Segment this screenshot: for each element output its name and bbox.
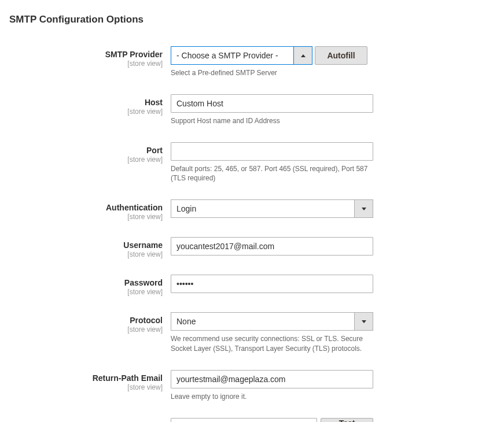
smtp-provider-label: SMTP Provider: [0, 50, 163, 59]
port-label: Port: [0, 146, 163, 155]
password-scope: [store view]: [0, 288, 163, 296]
test-recipient-label-col: Test Email Recipient [store view]: [0, 418, 171, 422]
test-recipient-row: Test Email Recipient [store view] Test N…: [0, 418, 504, 422]
protocol-value: None: [171, 313, 354, 330]
protocol-scope: [store view]: [0, 325, 163, 334]
smtp-provider-help: Select a Pre-defined SMTP Server: [171, 68, 373, 78]
port-scope: [store view]: [0, 156, 163, 164]
return-path-label: Return-Path Email: [0, 373, 163, 383]
test-now-button[interactable]: Test Now: [321, 418, 373, 422]
username-label: Username: [0, 240, 163, 250]
username-label-col: Username [store view]: [0, 237, 171, 258]
return-path-row: Return-Path Email [store view] Leave emp…: [0, 370, 504, 402]
protocol-row: Protocol [store view] None We recommend …: [0, 312, 504, 354]
smtp-provider-value: - Choose a SMTP Provider -: [171, 47, 293, 64]
password-label: Password: [0, 278, 163, 287]
port-label-col: Port [store view]: [0, 142, 171, 164]
smtp-provider-select[interactable]: - Choose a SMTP Provider -: [171, 46, 312, 65]
smtp-provider-row: SMTP Provider [store view] - Choose a SM…: [0, 46, 504, 78]
autofill-button[interactable]: Autofill: [315, 46, 367, 65]
chevron-up-icon: [293, 47, 312, 64]
protocol-label-col: Protocol [store view]: [0, 312, 171, 334]
host-help: Support Host name and ID Address: [171, 116, 373, 126]
authentication-label-col: Authentication [store view]: [0, 199, 171, 221]
host-row: Host [store view] Support Host name and …: [0, 94, 504, 126]
authentication-value: Login: [171, 200, 354, 217]
authentication-select[interactable]: Login: [171, 199, 373, 218]
protocol-help: We recommend use security connections: S…: [171, 334, 373, 354]
port-input[interactable]: [171, 142, 373, 161]
return-path-scope: [store view]: [0, 383, 163, 391]
protocol-select[interactable]: None: [171, 312, 373, 331]
host-label-col: Host [store view]: [0, 94, 171, 116]
authentication-scope: [store view]: [0, 213, 163, 221]
host-input[interactable]: [171, 94, 373, 113]
port-help: Default ports: 25, 465, or 587. Port 465…: [171, 164, 373, 184]
host-scope: [store view]: [0, 108, 163, 116]
protocol-label: Protocol: [0, 316, 163, 325]
port-row: Port [store view] Default ports: 25, 465…: [0, 142, 504, 184]
chevron-down-icon: [354, 200, 373, 217]
smtp-provider-label-col: SMTP Provider [store view]: [0, 46, 171, 68]
authentication-label: Authentication: [0, 203, 163, 212]
return-path-label-col: Return-Path Email [store view]: [0, 370, 171, 391]
username-input[interactable]: [171, 237, 373, 256]
password-input[interactable]: [171, 275, 373, 293]
authentication-row: Authentication [store view] Login: [0, 199, 504, 221]
smtp-provider-field: - Choose a SMTP Provider - Autofill Sele…: [171, 46, 373, 78]
password-label-col: Password [store view]: [0, 275, 171, 296]
return-path-input[interactable]: [171, 370, 373, 388]
smtp-provider-scope: [store view]: [0, 60, 163, 68]
section-title: SMTP Configuration Options: [0, 0, 504, 35]
return-path-help: Leave empty to ignore it.: [171, 392, 373, 402]
username-row: Username [store view]: [0, 237, 504, 258]
test-recipient-input[interactable]: [171, 418, 317, 422]
host-label: Host: [0, 98, 163, 107]
username-scope: [store view]: [0, 250, 163, 258]
chevron-down-icon: [354, 313, 373, 330]
password-row: Password [store view]: [0, 275, 504, 296]
form-container: SMTP Provider [store view] - Choose a SM…: [0, 35, 504, 422]
